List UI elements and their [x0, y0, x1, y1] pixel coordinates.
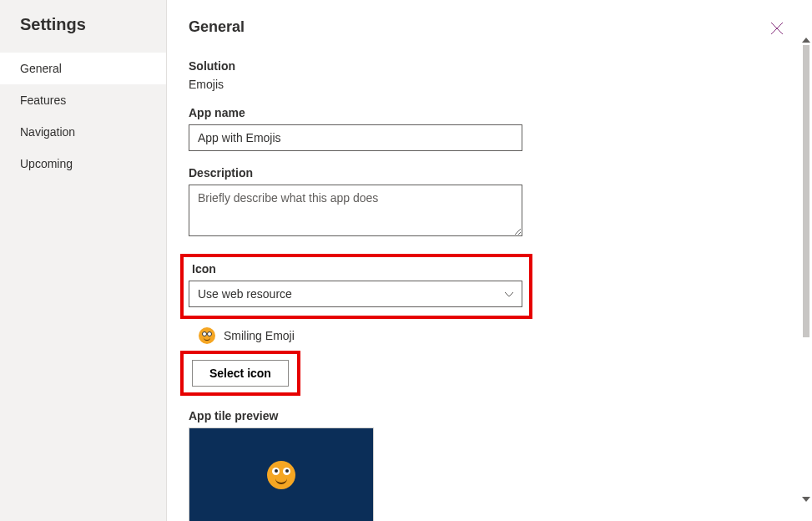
solution-label: Solution: [189, 59, 787, 73]
tile-preview-top: [189, 428, 373, 521]
smiling-emoji-icon: [199, 327, 215, 344]
app-tile-preview: [189, 427, 374, 521]
sidebar-item-upcoming[interactable]: Upcoming: [0, 148, 166, 180]
tile-preview-field: App tile preview: [189, 409, 787, 521]
scrollbar-track[interactable]: [800, 45, 812, 494]
svg-marker-3: [802, 497, 810, 502]
close-button[interactable]: [767, 18, 787, 38]
app-name-field: App name: [189, 106, 787, 151]
scroll-up-arrow[interactable]: [801, 35, 811, 45]
description-input[interactable]: [189, 185, 522, 236]
selected-icon-name: Smiling Emoji: [224, 329, 295, 342]
sidebar-item-navigation[interactable]: Navigation: [0, 116, 166, 148]
sidebar-title: Settings: [0, 15, 166, 53]
app-name-input[interactable]: [189, 124, 522, 151]
sidebar-item-features[interactable]: Features: [0, 84, 166, 116]
select-icon-button[interactable]: Select icon: [192, 360, 289, 387]
settings-sidebar: Settings General Features Navigation Upc…: [0, 0, 167, 521]
solution-value: Emojis: [189, 78, 224, 91]
sidebar-item-general[interactable]: General: [0, 53, 166, 84]
select-icon-highlight: Select icon: [180, 351, 300, 396]
app-name-label: App name: [189, 106, 787, 119]
scroll-down-arrow[interactable]: [801, 494, 811, 504]
tile-preview-label: App tile preview: [189, 409, 787, 422]
icon-select-wrap: Use web resource: [189, 281, 522, 307]
main-panel: General Solution Emojis App name Descrip…: [167, 0, 812, 521]
icon-select[interactable]: Use web resource: [189, 281, 522, 307]
scrollbar-thumb[interactable]: [803, 45, 809, 337]
close-icon: [769, 21, 784, 36]
solution-field: Solution Emojis: [189, 59, 787, 91]
icon-section-highlight: Icon Use web resource: [180, 254, 532, 319]
description-field: Description: [189, 166, 787, 239]
description-label: Description: [189, 166, 787, 180]
tile-emoji-icon: [267, 461, 295, 489]
svg-marker-2: [802, 38, 810, 43]
page-title: General: [189, 18, 787, 36]
selected-icon-row: Smiling Emoji: [199, 327, 787, 344]
icon-label: Icon: [192, 262, 521, 276]
